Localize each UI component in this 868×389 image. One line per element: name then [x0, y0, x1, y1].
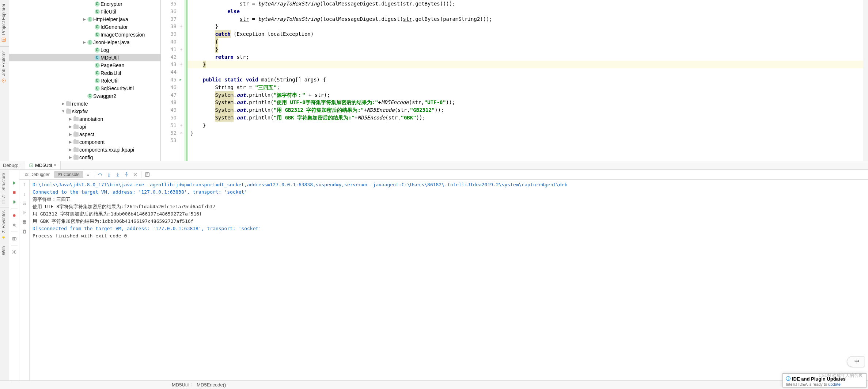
- step-out-button[interactable]: [122, 171, 130, 179]
- rerun-button[interactable]: [11, 180, 17, 186]
- folder-tree-item[interactable]: ▶component: [9, 138, 160, 146]
- editor-scrollbar[interactable]: [863, 0, 868, 161]
- force-step-into-button[interactable]: [114, 171, 122, 179]
- code-line[interactable]: }: [190, 23, 863, 30]
- code-line[interactable]: System.out.println("用 GB2312 字符集加密后的结果为:…: [190, 106, 863, 114]
- project-tree[interactable]: CEncrypterCFileUtil▶CHttpHelper.javaCIdG…: [9, 0, 161, 161]
- class-tree-item[interactable]: CSqlSecurityUtil: [9, 84, 160, 92]
- step-over-button[interactable]: [96, 171, 104, 179]
- soft-wrap-button[interactable]: [22, 200, 27, 206]
- code-editor[interactable]: 35363738394041424344454647484950515253 ⊖…: [161, 0, 868, 161]
- code-line[interactable]: str = byteArrayToHexString(localMessageD…: [190, 15, 863, 23]
- mute-breakpoints-button[interactable]: [11, 222, 17, 228]
- code-line[interactable]: else: [190, 8, 863, 15]
- close-icon[interactable]: ✕: [53, 163, 57, 168]
- expand-arrow[interactable]: ▶: [82, 17, 87, 21]
- class-tree-item[interactable]: ▶CJsonHelper.java: [9, 38, 160, 46]
- project-explorer-tab[interactable]: Project Explorer: [0, 0, 7, 46]
- expand-arrow[interactable]: ▶: [82, 40, 87, 44]
- class-tree-item[interactable]: CRedisUtil: [9, 69, 160, 77]
- threads-button[interactable]: ≡: [84, 171, 92, 179]
- class-tree-item[interactable]: CImageCompression: [9, 31, 160, 38]
- step-into-button[interactable]: [105, 171, 113, 179]
- expand-arrow[interactable]: ▶: [61, 102, 65, 106]
- folder-tree-item[interactable]: ▶remote: [9, 100, 160, 107]
- expand-arrow[interactable]: ▶: [68, 132, 73, 136]
- console-toolbar[interactable]: ↑ ↓: [19, 180, 30, 389]
- code-line[interactable]: {: [190, 38, 863, 46]
- code-line[interactable]: }: [190, 46, 863, 53]
- editor-breadcrumbs[interactable]: MD5Util 〉 MD5Encode(): [0, 380, 868, 389]
- folder-tree-item[interactable]: ▶annotation: [9, 115, 160, 123]
- code-line[interactable]: [190, 137, 863, 144]
- debug-tool-window-header[interactable]: Debug: MD5Util ✕: [0, 161, 868, 170]
- folder-tree-item[interactable]: ▶components.xxapi.kpapi: [9, 146, 160, 153]
- evaluate-button[interactable]: [143, 171, 151, 179]
- scroll-to-end-button[interactable]: [22, 210, 27, 216]
- expand-arrow[interactable]: ▶: [68, 155, 73, 159]
- resume-button[interactable]: [11, 199, 17, 205]
- class-tree-item[interactable]: CFileUtil: [9, 8, 160, 15]
- settings-button[interactable]: [11, 249, 17, 255]
- console-tab[interactable]: Console: [54, 171, 83, 178]
- expand-arrow[interactable]: ▶: [68, 125, 73, 129]
- left-tool-window-bar[interactable]: Project Explorer Job Explorer: [0, 0, 9, 161]
- code-line[interactable]: }: [187, 61, 863, 68]
- code-line[interactable]: return str;: [190, 53, 863, 61]
- breadcrumb-method[interactable]: MD5Encode(): [197, 382, 226, 388]
- camera-button[interactable]: [11, 236, 17, 241]
- code-line[interactable]: System.out.println("用 GBK 字符集加密后的结果为:"+M…: [190, 114, 863, 122]
- fold-handle[interactable]: ⊖: [179, 23, 184, 30]
- structure-tab[interactable]: 7: Structure: [0, 170, 7, 207]
- code-line[interactable]: str = byteArrayToHexString(localMessageD…: [190, 0, 863, 8]
- code-line[interactable]: }: [190, 122, 863, 129]
- stop-button[interactable]: [11, 190, 17, 195]
- ime-indicator[interactable]: 中: [847, 356, 864, 367]
- code-line[interactable]: catch (Exception localException): [190, 30, 863, 38]
- up-button[interactable]: ↑: [22, 181, 27, 187]
- debugger-tab[interactable]: Debugger: [21, 171, 53, 178]
- fold-handle[interactable]: ⊖: [179, 61, 184, 68]
- code-line[interactable]: System.out.println("使用 UTF-8字符集字符集加密后的结果…: [190, 99, 863, 106]
- job-explorer-tab[interactable]: Job Explorer: [0, 47, 7, 87]
- view-breakpoints-button[interactable]: [11, 213, 17, 218]
- code-line[interactable]: System.out.println("源字符串：" + str);: [190, 91, 863, 99]
- expand-arrow[interactable]: ▼: [61, 109, 65, 113]
- code-line[interactable]: public static void main(String[] args) {: [190, 76, 863, 84]
- expand-arrow[interactable]: ▶: [68, 117, 73, 121]
- class-tree-item[interactable]: CIdGenerator: [9, 23, 160, 31]
- folder-tree-item[interactable]: ▼skgxfw: [9, 107, 160, 115]
- drop-frame-button[interactable]: [131, 171, 139, 179]
- fold-handle[interactable]: ⊖: [179, 129, 184, 137]
- class-tree-item[interactable]: CMD5Util: [9, 54, 160, 61]
- breadcrumb-class[interactable]: MD5Util: [172, 382, 189, 388]
- debug-run-toolbar[interactable]: [9, 170, 19, 389]
- code-body[interactable]: str = byteArrayToHexString(localMessageD…: [187, 0, 863, 161]
- fold-handle[interactable]: ⊖: [179, 46, 184, 53]
- class-tree-item[interactable]: CEncrypter: [9, 0, 160, 8]
- expand-arrow[interactable]: ▶: [68, 148, 73, 152]
- print-button[interactable]: [22, 219, 27, 225]
- down-button[interactable]: ↓: [22, 191, 27, 197]
- clear-button[interactable]: [22, 229, 27, 234]
- class-tree-item[interactable]: CSwagger2: [9, 92, 160, 100]
- class-tree-item[interactable]: CLog: [9, 46, 160, 54]
- class-tree-item[interactable]: ▶CHttpHelper.java: [9, 15, 160, 23]
- class-tree-item[interactable]: CRoleUtil: [9, 77, 160, 84]
- debug-inner-tabs[interactable]: Debugger Console ≡: [19, 170, 868, 180]
- update-link[interactable]: update: [828, 382, 841, 386]
- favorites-tab[interactable]: ★ 2: Favorites: [0, 207, 7, 243]
- web-tab[interactable]: Web: [0, 243, 7, 258]
- console-output[interactable]: D:\tools\Java\jdk1.8.0_171\bin\java.exe …: [30, 180, 868, 389]
- folder-tree-item[interactable]: ▶api: [9, 123, 160, 130]
- code-line[interactable]: [190, 68, 863, 76]
- code-line[interactable]: }: [190, 129, 863, 137]
- debug-config-tab[interactable]: MD5Util ✕: [25, 161, 61, 169]
- code-line[interactable]: String str = "三四五";: [190, 84, 863, 91]
- folder-tree-item[interactable]: ▶config: [9, 153, 160, 161]
- expand-arrow[interactable]: ▶: [68, 140, 73, 144]
- class-tree-item[interactable]: CPageBean: [9, 61, 160, 69]
- folder-tree-item[interactable]: ▶aspect: [9, 130, 160, 138]
- bottom-left-tool-bar[interactable]: 7: Structure ★ 2: Favorites Web: [0, 170, 9, 389]
- fold-handle[interactable]: ⊖: [179, 122, 184, 129]
